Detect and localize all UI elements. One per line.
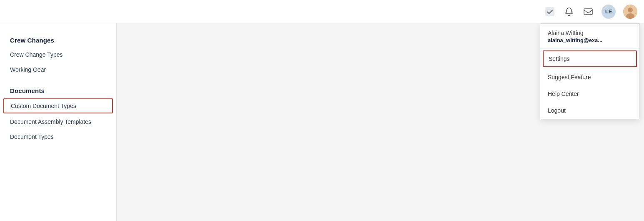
- user-dropdown: Alaina Witting alaina_witting@exa... Set…: [540, 23, 640, 119]
- dropdown-item-help-center[interactable]: Help Center: [540, 85, 639, 102]
- sidebar-item-document-assembly-templates[interactable]: Document Assembly Templates: [0, 114, 116, 129]
- sidebar-item-document-types[interactable]: Document Types: [0, 129, 116, 144]
- user-initials[interactable]: LE: [602, 5, 616, 19]
- user-avatar[interactable]: [623, 5, 637, 19]
- dropdown-user-name: Alaina Witting: [548, 30, 632, 36]
- sidebar-section-crew-changes: Crew Changes Crew Change Types Working G…: [0, 33, 116, 77]
- dropdown-header: Alaina Witting alaina_witting@exa...: [540, 24, 639, 49]
- sidebar-section-title-documents: Documents: [0, 84, 116, 98]
- dropdown-item-settings[interactable]: Settings: [543, 50, 637, 67]
- svg-rect-0: [545, 7, 554, 16]
- svg-rect-1: [584, 9, 592, 15]
- topbar: LE: [0, 0, 644, 23]
- topbar-icons: LE: [544, 5, 637, 19]
- dropdown-item-logout[interactable]: Logout: [540, 102, 639, 119]
- sidebar: Crew Changes Crew Change Types Working G…: [0, 23, 117, 221]
- svg-point-3: [628, 8, 633, 13]
- sidebar-section-documents: Documents Custom Document Types Document…: [0, 84, 116, 144]
- checkmark-icon[interactable]: [544, 6, 556, 18]
- dropdown-user-email: alaina_witting@exa...: [548, 37, 632, 43]
- sidebar-item-crew-change-types[interactable]: Crew Change Types: [0, 47, 116, 62]
- bell-icon[interactable]: [563, 6, 575, 18]
- sidebar-item-working-gear[interactable]: Working Gear: [0, 62, 116, 77]
- mail-icon[interactable]: [582, 6, 594, 18]
- sidebar-section-title-crew-changes: Crew Changes: [0, 33, 116, 47]
- sidebar-item-custom-document-types[interactable]: Custom Document Types: [3, 98, 113, 113]
- dropdown-item-suggest-feature[interactable]: Suggest Feature: [540, 69, 639, 85]
